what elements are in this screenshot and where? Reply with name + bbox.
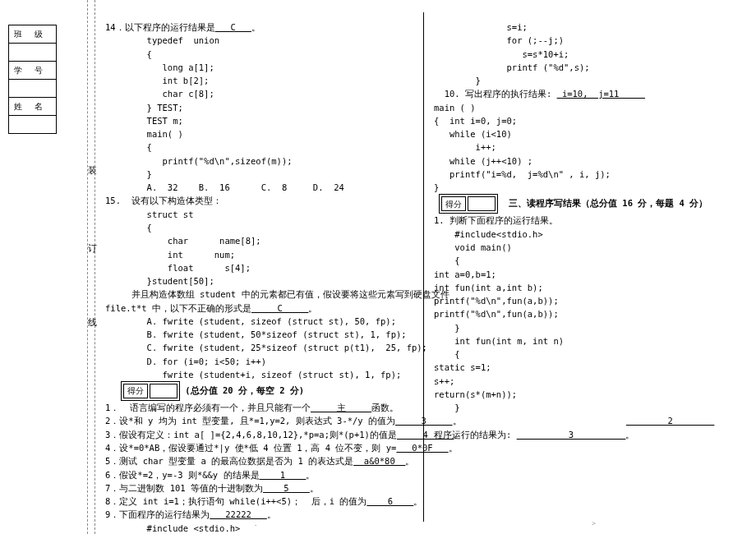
fb7: 7．与二进制数 101 等值的十进制数为 5 。 — [105, 483, 319, 493]
fb5: 5．测试 char 型变量 a 的最高位数据是否为 1 的表达式是 a&0*80… — [105, 456, 414, 466]
fb2: 2．设*和 y 均为 int 型变量, 且*=1,y=2, 则表达式 3-*/y… — [105, 416, 462, 426]
column-right: s=i; for (;--j;) s=s*10+i; printf ("%d",… — [434, 21, 746, 441]
column-left: 14．以下程序的运行结果是 C 。 typedef union { long a… — [105, 21, 413, 534]
q15-desc2: file.t*t 中，以下不正确的形式是 C 。 — [105, 303, 317, 313]
q15-stem: 15. 设有以下构造体类型： — [105, 196, 222, 205]
fb6: 6．假设*=2，y=-3 则*&&y 的结果是 1 。 — [105, 470, 315, 480]
q15-code: struct st { char name[8]; int num; float… — [105, 209, 261, 286]
guide-line — [87, 0, 88, 534]
label-class: 班 级 — [9, 25, 57, 44]
guide-line — [94, 0, 95, 534]
margin-char-1: 装 — [88, 164, 97, 177]
q9-code: #include <stdio.h> void main() { int i=2… — [105, 523, 240, 534]
section2-header: 得分 (总分值 20 分，每空 2 分) — [105, 385, 304, 395]
margin-char-3: 线 — [88, 316, 97, 329]
q10-stem: 10. 写出程序的执行结果: i=10, j=11 — [434, 89, 645, 99]
q10-code: main ( ) { int i=0, j=0; while (i<10) i+… — [434, 103, 611, 193]
student-info-table: 班 级 学 号 姓 名 — [8, 25, 57, 134]
fb1: 1． 语言编写的程序必须有一个，并且只能有一个 主 函数。 — [105, 403, 399, 412]
fb9: 9．下面程序的运行结果为 22222 。 — [105, 509, 276, 519]
result-line2: 程序运行的结果为: 3 。 — [434, 430, 634, 440]
footnote-right: > — [592, 519, 596, 527]
result-line1: 2 — [434, 416, 714, 426]
q14-stem: 14．以下程序的运行结果是 C 。 — [105, 22, 260, 32]
p1-head: 1. 判断下面程序的运行结果。 — [434, 215, 558, 225]
section3-header: 得分 三、读程序写结果（总分值 16 分，每题 4 分） — [434, 198, 708, 208]
label-name: 姓 名 — [9, 98, 57, 116]
q15-desc: 并且构造体数组 student 中的元素都已有值，假设要将这些元素写到硬盘文件 — [105, 289, 449, 299]
fb3: 3．假设有定义：int a[ ]={2,4,6,8,10,12},*p=a;则*… — [105, 430, 463, 440]
p1-code: #include<stdio.h> void main() { int a=0,… — [434, 229, 564, 412]
q9-code-cont: s=i; for (;--j;) s=s*10+i; printf ("%d",… — [434, 22, 590, 85]
q14-code: typedef union { long a[1]; int b[2]; cha… — [105, 35, 344, 192]
fb4: 4．设*=0*AB，假设要通过*|y 使*低 4 位置 1，高 4 位不变，则 … — [105, 443, 458, 453]
margin-char-2: 订 — [88, 242, 97, 255]
q15-opts: A. fwrite (student, sizeof (struct st), … — [105, 316, 427, 380]
fb8: 8．定义 int i=1；执行语句 while(i++<5)； 后，i 的值为 … — [105, 496, 422, 506]
label-id: 学 号 — [9, 62, 57, 80]
footnote-left: . — [255, 519, 256, 527]
